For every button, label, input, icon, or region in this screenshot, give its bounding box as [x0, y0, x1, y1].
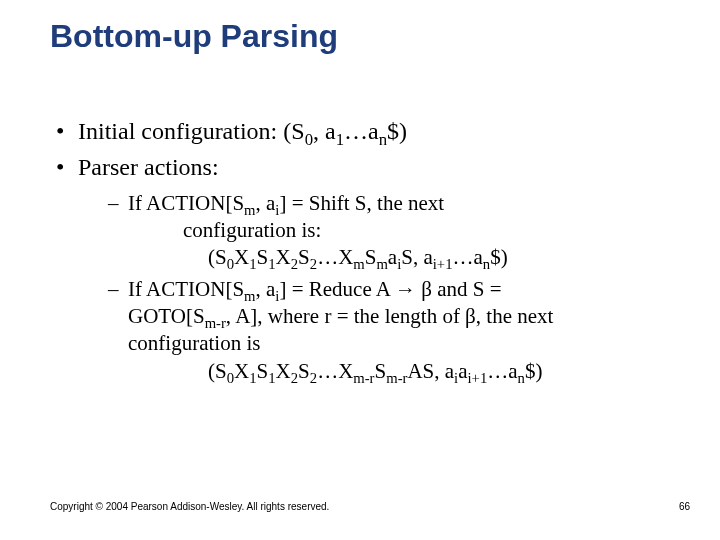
text: GOTO[S: [128, 304, 205, 328]
subscript: 0: [305, 130, 313, 149]
text: S: [298, 245, 310, 269]
text: a: [458, 359, 467, 383]
sub-bullet-shift: If ACTION[Sm, ai] = Shift S, the next co…: [108, 190, 680, 272]
page-number: 66: [679, 501, 690, 512]
text: X: [276, 245, 291, 269]
text: (S: [208, 359, 227, 383]
line: (S0X1S1X2S2…XmSmaiS, ai+1…an$): [128, 244, 680, 271]
text: , A], where r = the length of β, the nex…: [226, 304, 554, 328]
text: Parser actions:: [78, 154, 219, 180]
arrow-icon: →: [395, 277, 416, 301]
bullet-list: Initial configuration: (S0, a1…an$) Pars…: [50, 115, 680, 385]
slide: Bottom-up Parsing Initial configuration:…: [0, 0, 720, 540]
text: ] = Reduce A: [279, 277, 395, 301]
subscript: m-r: [386, 370, 407, 386]
sub-bullet-list: If ACTION[Sm, ai] = Shift S, the next co…: [78, 190, 680, 385]
text: If ACTION[S: [128, 191, 244, 215]
text: configuration is:: [183, 218, 321, 242]
subscript: 1: [336, 130, 344, 149]
text: , a: [256, 277, 276, 301]
text: Initial configuration: (S: [78, 118, 305, 144]
subscript: 1: [268, 370, 275, 386]
text: X: [276, 359, 291, 383]
text: If ACTION[S: [128, 277, 244, 301]
bullet-parser-actions: Parser actions: If ACTION[Sm, ai] = Shif…: [56, 151, 680, 384]
subscript: m: [244, 288, 255, 304]
copyright-footer: Copyright © 2004 Pearson Addison-Wesley.…: [50, 501, 329, 512]
sub-bullet-reduce: If ACTION[Sm, ai] = Reduce A → β and S =…: [108, 276, 680, 385]
line: GOTO[Sm-r, A], where r = the length of β…: [128, 303, 680, 330]
subscript: 0: [227, 370, 234, 386]
text: …a: [453, 245, 483, 269]
bullet-initial-config: Initial configuration: (S0, a1…an$): [56, 115, 680, 147]
subscript: 1: [249, 370, 256, 386]
text: X: [234, 245, 249, 269]
subscript: m-r: [205, 315, 226, 331]
text: $): [490, 245, 508, 269]
text: …a: [487, 359, 517, 383]
text: , a: [256, 191, 276, 215]
subscript: n: [379, 130, 387, 149]
subscript: m-r: [353, 370, 374, 386]
subscript: 2: [291, 370, 298, 386]
subscript: m: [376, 257, 387, 273]
text: $): [525, 359, 543, 383]
subscript: 1: [249, 257, 256, 273]
subscript: m: [353, 257, 364, 273]
subscript: 1: [268, 257, 275, 273]
subscript: 0: [227, 257, 234, 273]
text: configuration is: [128, 331, 260, 355]
slide-title: Bottom-up Parsing: [50, 18, 680, 55]
subscript: 2: [291, 257, 298, 273]
text: $): [387, 118, 407, 144]
text: S: [298, 359, 310, 383]
line: (S0X1S1X2S2…Xm-rSm-rAS, aiai+1…an$): [128, 358, 680, 385]
subscript: n: [518, 370, 525, 386]
text: (S: [208, 245, 227, 269]
text: AS, a: [407, 359, 454, 383]
text: S, a: [401, 245, 433, 269]
text: β and S =: [416, 277, 502, 301]
text: S: [257, 245, 269, 269]
text: , a: [313, 118, 336, 144]
text: S: [375, 359, 387, 383]
text: a: [388, 245, 397, 269]
text: S: [365, 245, 377, 269]
text: …X: [317, 245, 353, 269]
text: …X: [317, 359, 353, 383]
subscript: i+1: [433, 257, 453, 273]
text: X: [234, 359, 249, 383]
line: configuration is: [128, 330, 680, 357]
subscript: m: [244, 202, 255, 218]
text: S: [257, 359, 269, 383]
text: ] = Shift S, the next: [279, 191, 444, 215]
text: …a: [344, 118, 379, 144]
subscript: i+1: [468, 370, 488, 386]
line: configuration is:: [128, 217, 680, 244]
